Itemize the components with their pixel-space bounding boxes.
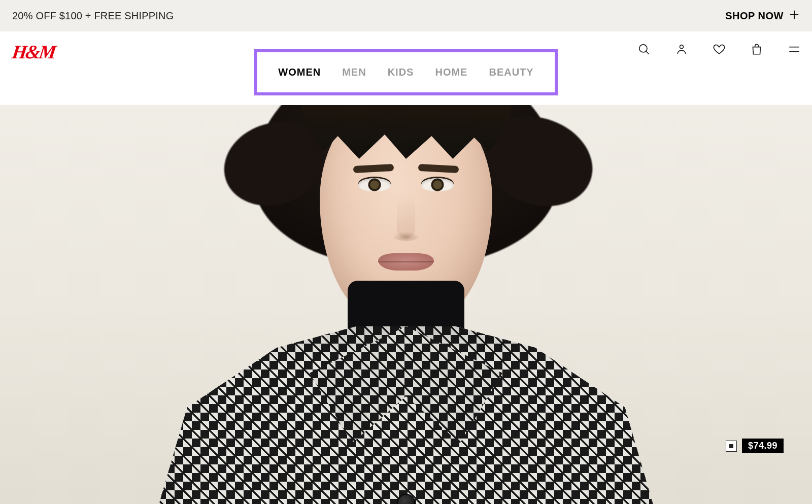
site-header: H&M WOMEN MEN KIDS HOME BEAUTY <box>0 31 812 105</box>
model-jacket <box>157 326 655 504</box>
nav-highlight-box: WOMEN MEN KIDS HOME BEAUTY <box>254 49 558 95</box>
svg-point-4 <box>680 45 684 49</box>
model-brow-left <box>353 164 394 173</box>
price-label: $74.99 <box>742 439 784 453</box>
search-icon[interactable] <box>637 43 651 56</box>
main-nav: WOMEN MEN KIDS HOME BEAUTY <box>254 49 558 95</box>
model-lips <box>378 253 434 271</box>
model-eye-left <box>358 178 391 191</box>
nav-item-beauty[interactable]: BEAUTY <box>489 66 533 78</box>
account-icon[interactable] <box>675 43 688 56</box>
nav-item-women[interactable]: WOMEN <box>278 66 321 78</box>
shop-now-button[interactable]: SHOP NOW <box>725 9 800 23</box>
svg-point-2 <box>639 45 647 52</box>
plus-icon <box>789 9 800 23</box>
hero-section: $74.99 <box>0 105 812 504</box>
nav-item-men[interactable]: MEN <box>342 66 366 78</box>
heart-icon[interactable] <box>713 43 726 56</box>
brand-logo[interactable]: H&M <box>11 41 56 63</box>
header-icon-row <box>637 43 801 56</box>
nav-item-kids[interactable]: KIDS <box>388 66 414 78</box>
model-nose <box>397 194 415 238</box>
hero-model-image <box>162 105 650 504</box>
product-tag-icon <box>726 441 737 452</box>
shopping-bag-icon[interactable] <box>750 43 763 56</box>
svg-line-3 <box>646 51 649 54</box>
promo-text: 20% OFF $100 + FREE SHIPPING <box>12 10 174 22</box>
price-tag[interactable]: $74.99 <box>726 439 784 453</box>
menu-icon[interactable] <box>788 43 801 56</box>
jacket-lapel <box>310 326 502 443</box>
shop-now-label: SHOP NOW <box>725 10 784 22</box>
promo-banner: 20% OFF $100 + FREE SHIPPING SHOP NOW <box>0 0 812 31</box>
model-brow-right <box>418 164 459 173</box>
model-eye-right <box>421 178 454 191</box>
jacket-button-detail <box>397 494 415 504</box>
nav-item-home[interactable]: HOME <box>435 66 467 78</box>
